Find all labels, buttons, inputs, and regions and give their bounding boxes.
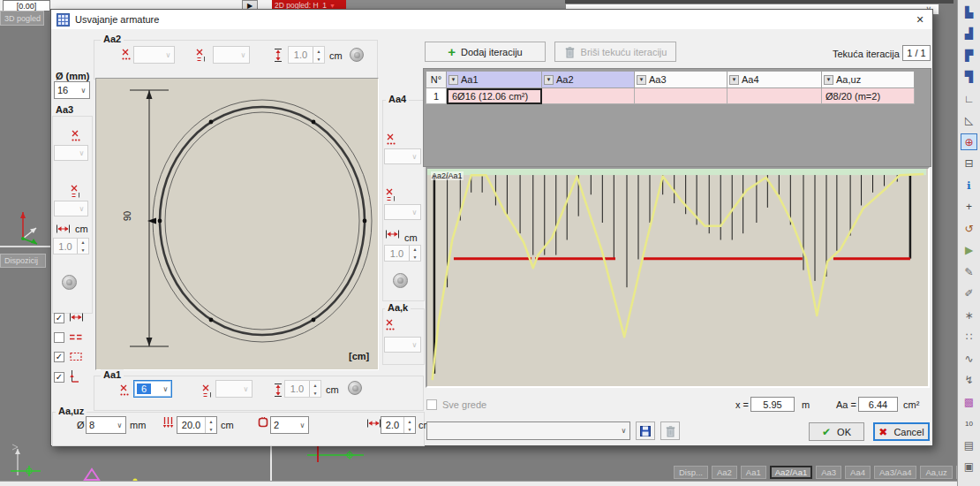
view-tab-aa2[interactable]: Aa2 (712, 466, 737, 479)
column-header-aa3[interactable]: ▼Aa3 (635, 71, 727, 88)
lightning-icon[interactable]: ↯ (961, 372, 977, 389)
column-filter-button[interactable]: ▼ (449, 75, 458, 85)
draw-icon[interactable]: ✐ (961, 285, 977, 302)
aa4-apply-button[interactable] (393, 273, 408, 288)
ok-button[interactable]: ✔ OK (809, 422, 864, 441)
save-template-button[interactable] (636, 421, 655, 440)
stepper-arrows[interactable]: ▲▼ (205, 417, 216, 433)
target-selection-icon[interactable]: ⊕ (961, 133, 977, 150)
stirrup-diameter-select[interactable]: 8 ∨ (86, 416, 126, 434)
aa2-bars-select[interactable]: ∨ (133, 46, 175, 64)
all-beams-checkbox[interactable] (426, 399, 437, 410)
aa1-diameter-select[interactable]: ∨ (215, 380, 253, 398)
grab-icon[interactable]: ∗ (961, 307, 977, 323)
stepper-arrows[interactable]: ▲▼ (403, 417, 415, 433)
tab-disposition[interactable]: Dispozicij (0, 254, 46, 268)
dialog-titlebar[interactable]: Usvajanje armature (51, 10, 932, 29)
zoom-prev-icon[interactable]: ▟ (961, 26, 977, 42)
x-dots-icon (385, 319, 396, 332)
zoom-window-icon[interactable]: ▙ (961, 4, 977, 20)
info-icon[interactable]: ℹ (961, 177, 977, 194)
view-tab-aa3[interactable]: Aa3 (816, 466, 841, 479)
view-tab-aa2-aa1[interactable]: Aa2/Aa1 (770, 466, 812, 479)
aak-select[interactable]: ∨ (384, 337, 421, 353)
column-filter-button[interactable]: ▼ (729, 75, 739, 85)
aa3-cell[interactable] (635, 88, 727, 104)
delete-template-button[interactable] (660, 421, 680, 440)
column-header-aa4[interactable]: ▼Aa4 (727, 71, 822, 88)
stepper-arrows[interactable]: ▲▼ (309, 381, 320, 397)
view-tab-aa-uz[interactable]: Aa,uz (920, 466, 952, 479)
column-filter-button[interactable]: ▼ (637, 75, 646, 85)
aa2-apply-button[interactable] (350, 48, 364, 62)
add-iteration-button[interactable]: + Dodaj iteraciju (425, 42, 546, 62)
protractor-icon[interactable]: ◺ (961, 112, 977, 129)
aa4-bars-select[interactable]: ∨ (384, 148, 421, 164)
view-tab-aa1[interactable]: Aa1 (741, 466, 766, 479)
grid-points-icon[interactable]: ∷ (961, 329, 977, 346)
stepper-arrows[interactable]: ▲▼ (409, 246, 420, 261)
stirrup-legs-select[interactable]: 2 ∨ (270, 416, 309, 434)
table-header-row: N° ▼Aa1 ▼Aa2 ▼Aa3 ▼Aa4 ▼Aa,uz (426, 71, 915, 88)
rotate-icon[interactable]: ↺ (961, 220, 977, 237)
table-row: 1 6Ø16 (12.06 cm²) Ø8/20 (m=2) (426, 88, 915, 104)
delete-iteration-button[interactable]: Briši tekuću iteraciju (554, 42, 676, 62)
aa1-spacing-stepper[interactable]: 1.0 ▲▼ (284, 380, 321, 398)
aa3-diameter-select[interactable]: ∨ (54, 201, 88, 216)
solid-icon[interactable]: ▣ (961, 459, 977, 475)
palette-icon[interactable]: ▩ (961, 393, 977, 410)
aa4-group-label: Aa4 (386, 94, 409, 104)
diameter-select[interactable]: 16 ∨ (54, 81, 90, 99)
aa3-spacing-stepper[interactable]: 1.0 ▲▼ (53, 238, 89, 254)
view-tab-disp-[interactable]: Disp... (674, 466, 708, 479)
edit-icon[interactable]: ✎ (961, 263, 977, 280)
stirrup-spacing-unit: cm (221, 420, 234, 430)
column-header-aa1[interactable]: ▼Aa1 (447, 71, 542, 88)
aa2-cell[interactable] (542, 88, 635, 104)
aa2-diameter-select[interactable]: ∨ (213, 46, 250, 64)
chevron-down-icon: ∨ (78, 82, 89, 98)
aa3-bars-select[interactable]: ∨ (54, 145, 88, 161)
aa1-bar-count-select[interactable]: 6 ∨ (133, 380, 172, 398)
aa3-spacing-unit: cm (75, 224, 88, 234)
dimension-icon[interactable]: ⊟ (961, 156, 977, 172)
show-dimensions-checkbox[interactable] (54, 313, 64, 323)
row-number-cell[interactable]: 1 (426, 88, 447, 104)
move-icon[interactable]: + (961, 199, 977, 216)
cancel-button[interactable]: ✖ Cancel (873, 422, 930, 441)
aa2-spacing-stepper[interactable]: 1.0 ▲▼ (288, 46, 325, 64)
aauz-cell[interactable]: Ø8/20 (m=2) (822, 88, 915, 104)
column-filter-button[interactable]: ▼ (544, 75, 554, 85)
aa4-diameter-select[interactable]: ∨ (384, 204, 421, 220)
column-header-aauz[interactable]: ▼Aa,uz (822, 71, 915, 88)
aa1-cell[interactable]: 6Ø16 (12.06 cm²) (447, 88, 542, 104)
close-icon[interactable]: ✕ (913, 12, 927, 27)
cross-section-panel: 90 [cm] (95, 78, 379, 370)
wave-icon[interactable]: ∿ (961, 350, 977, 367)
show-dashes-checkbox[interactable] (54, 332, 64, 343)
template-combobox[interactable]: ∨ (426, 421, 630, 440)
column-filter-button[interactable]: ▼ (824, 75, 833, 85)
aa1-apply-button[interactable] (348, 381, 362, 395)
show-anchor-checkbox[interactable] (54, 372, 64, 383)
aa4-spacing-stepper[interactable]: 1.0 ▲▼ (384, 245, 421, 262)
stirrup-spacing-stepper[interactable]: 20.0 ▲▼ (177, 416, 217, 434)
full-view-icon[interactable]: ▜ (961, 69, 977, 86)
aa3-apply-button[interactable] (62, 275, 77, 290)
numbering-icon[interactable]: 10 (961, 415, 977, 432)
x-bars-icon (71, 185, 82, 198)
pan-view-icon[interactable]: ▛ (961, 47, 977, 64)
stepper-arrows[interactable]: ▲▼ (77, 239, 88, 254)
show-stirrup-checkbox[interactable] (54, 352, 64, 362)
angle-icon[interactable]: ∟ (961, 90, 977, 107)
view-tab-aa3-aa4[interactable]: Aa3/Aa4 (874, 466, 916, 479)
column-header-aa2[interactable]: ▼Aa2 (542, 71, 635, 88)
stepper-arrows[interactable]: ▲▼ (313, 47, 324, 63)
play-icon[interactable]: ▶ (961, 242, 977, 259)
layers-icon[interactable]: ▤ (961, 437, 977, 453)
view-tab-aa4[interactable]: Aa4 (845, 466, 871, 479)
stirrup-offset-stepper[interactable]: 2.0 ▲▼ (381, 416, 416, 434)
trash-icon (665, 425, 676, 437)
aa4-cell[interactable] (727, 88, 822, 104)
tab-3d-view[interactable]: 3D pogled (0, 11, 44, 26)
